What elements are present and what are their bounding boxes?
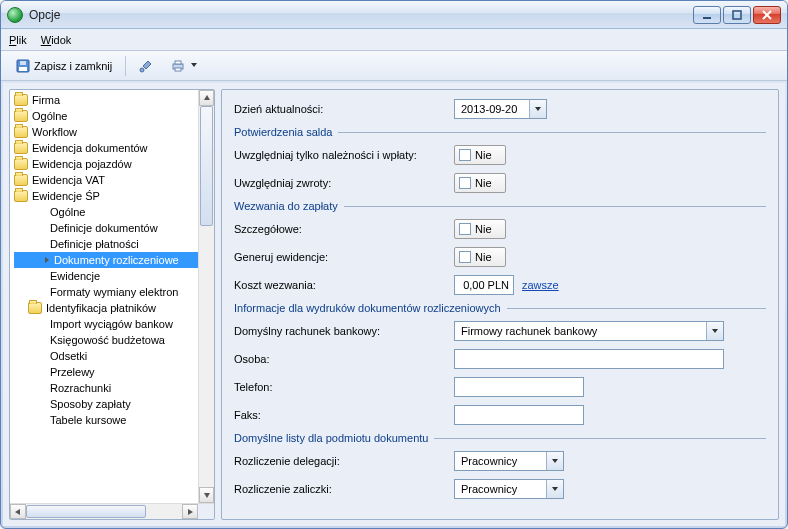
tree-node-sp-ogolne[interactable]: Ogólne xyxy=(14,204,214,220)
minimize-button[interactable] xyxy=(693,6,721,24)
chevron-down-icon[interactable] xyxy=(706,322,723,340)
tree-node-sp-formaty[interactable]: Formaty wymiany elektron xyxy=(14,284,214,300)
svg-marker-12 xyxy=(204,493,210,498)
tree-vertical-scrollbar[interactable] xyxy=(198,90,214,503)
scroll-right-icon[interactable] xyxy=(182,504,198,519)
folder-icon xyxy=(14,142,28,154)
zawsze-link[interactable]: zawsze xyxy=(522,279,559,291)
scroll-up-icon[interactable] xyxy=(199,90,214,106)
svg-point-7 xyxy=(140,68,144,72)
save-icon xyxy=(16,59,30,73)
app-window: Opcje Plik Widok Zapisz i zamknij xyxy=(0,0,788,529)
faks-input[interactable] xyxy=(454,405,584,425)
tree-horizontal-scrollbar[interactable] xyxy=(10,503,214,519)
tree-node-firma[interactable]: Firma xyxy=(14,92,214,108)
group-informacje-wydruk: Informacje dla wydruków dokumentów rozli… xyxy=(234,302,766,314)
folder-icon xyxy=(14,174,28,186)
maximize-button[interactable] xyxy=(723,6,751,24)
szczegolowe-toggle[interactable]: Nie xyxy=(454,219,506,239)
folder-icon xyxy=(14,110,28,122)
tree-node-sp-sposoby[interactable]: Sposoby zapłaty xyxy=(14,396,214,412)
menu-view[interactable]: Widok xyxy=(41,34,72,46)
chevron-down-icon xyxy=(191,63,197,69)
tree-node-sp-przelewy[interactable]: Przelewy xyxy=(14,364,214,380)
checkbox-icon xyxy=(459,177,471,189)
tree-node-sp-import[interactable]: Import wyciągów bankow xyxy=(14,316,214,332)
tools-button[interactable] xyxy=(132,55,160,77)
folder-icon xyxy=(14,190,28,202)
svg-rect-10 xyxy=(175,68,181,71)
scroll-thumb[interactable] xyxy=(200,106,213,226)
osoba-input[interactable] xyxy=(454,349,724,369)
svg-rect-1 xyxy=(733,11,741,19)
nav-tree: Firma Ogólne Workflow Ewidencja dokument… xyxy=(10,90,214,430)
date-label: Dzień aktualności: xyxy=(234,103,454,115)
close-button[interactable] xyxy=(753,6,781,24)
save-close-label: Zapisz i zamknij xyxy=(34,60,112,72)
domyslny-rachunek-combo[interactable]: Firmowy rachunek bankowy xyxy=(454,321,724,341)
tree-node-sp-tabele[interactable]: Tabele kursowe xyxy=(14,412,214,428)
tree-node-ewid-dok[interactable]: Ewidencja dokumentów xyxy=(14,140,214,156)
tree-node-workflow[interactable]: Workflow xyxy=(14,124,214,140)
uwzgledniaj-naleznosci-toggle[interactable]: Nie xyxy=(454,145,506,165)
svg-marker-14 xyxy=(188,509,193,515)
save-close-button[interactable]: Zapisz i zamknij xyxy=(9,55,119,77)
rozliczenie-delegacji-label: Rozliczenie delegacji: xyxy=(234,455,454,467)
svg-marker-13 xyxy=(15,509,20,515)
tree-node-sp-ewidencje[interactable]: Ewidencje xyxy=(14,268,214,284)
telefon-input[interactable] xyxy=(454,377,584,397)
print-button[interactable] xyxy=(164,55,204,77)
folder-icon xyxy=(14,94,28,106)
tree-node-sp-identyfikacja[interactable]: Identyfikacja płatników xyxy=(14,300,214,316)
checkbox-icon xyxy=(459,251,471,263)
generuj-ewidencje-label: Generuj ewidencje: xyxy=(234,251,454,263)
tree-node-sp-def-dok[interactable]: Definicje dokumentów xyxy=(14,220,214,236)
tree-node-sp-odsetki[interactable]: Odsetki xyxy=(14,348,214,364)
tree-node-ewid-vat[interactable]: Ewidencja VAT xyxy=(14,172,214,188)
scroll-left-icon[interactable] xyxy=(10,504,26,519)
arrow-right-icon xyxy=(42,257,52,263)
faks-label: Faks: xyxy=(234,409,454,421)
rozliczenie-zaliczki-combo[interactable]: Pracownicy xyxy=(454,479,564,499)
wrench-icon xyxy=(139,59,153,73)
chevron-down-icon[interactable] xyxy=(529,100,546,118)
menu-file[interactable]: Plik xyxy=(9,34,27,46)
title-bar: Opcje xyxy=(1,1,787,29)
group-domyslne-listy: Domyślne listy dla podmiotu dokumentu xyxy=(234,432,766,444)
nav-tree-panel: Firma Ogólne Workflow Ewidencja dokument… xyxy=(9,89,215,520)
scroll-thumb-h[interactable] xyxy=(26,505,146,518)
checkbox-icon xyxy=(459,149,471,161)
group-potwierdzenia-salda: Potwierdzenia salda xyxy=(234,126,766,138)
tree-node-sp-rozrachunki[interactable]: Rozrachunki xyxy=(14,380,214,396)
folder-icon xyxy=(14,158,28,170)
uwzgledniaj-naleznosci-label: Uwzględniaj tylko należności i wpłaty: xyxy=(234,149,454,161)
folder-icon xyxy=(28,302,42,314)
app-icon xyxy=(7,7,23,23)
osoba-label: Osoba: xyxy=(234,353,454,365)
date-input[interactable]: 2013-09-20 xyxy=(454,99,547,119)
svg-rect-9 xyxy=(175,61,181,64)
tree-node-ewid-poj[interactable]: Ewidencja pojazdów xyxy=(14,156,214,172)
koszt-wezwania-input[interactable]: 0,00 PLN xyxy=(454,275,514,295)
uwzgledniaj-zwroty-label: Uwzględniaj zwroty: xyxy=(234,177,454,189)
scroll-down-icon[interactable] xyxy=(199,487,214,503)
chevron-down-icon[interactable] xyxy=(546,480,563,498)
uwzgledniaj-zwroty-toggle[interactable]: Nie xyxy=(454,173,506,193)
checkbox-icon xyxy=(459,223,471,235)
chevron-down-icon[interactable] xyxy=(546,452,563,470)
folder-icon xyxy=(14,126,28,138)
window-title: Opcje xyxy=(29,8,693,22)
group-wezwania-do-zaplaty: Wezwania do zapłaty xyxy=(234,200,766,212)
tree-node-sp-ksiegowosc[interactable]: Księgowość budżetowa xyxy=(14,332,214,348)
tree-node-sp-dok-rozl[interactable]: Dokumenty rozliczeniowe xyxy=(14,252,214,268)
svg-marker-11 xyxy=(204,95,210,100)
tree-node-sp-def-plat[interactable]: Definicje płatności xyxy=(14,236,214,252)
tree-node-ewid-sp[interactable]: Ewidencje ŚP xyxy=(14,188,214,204)
domyslny-rachunek-label: Domyślny rachunek bankowy: xyxy=(234,325,454,337)
rozliczenie-delegacji-combo[interactable]: Pracownicy xyxy=(454,451,564,471)
form-panel: Dzień aktualności: 2013-09-20 Potwierdze… xyxy=(221,89,779,520)
tree-node-ogolne[interactable]: Ogólne xyxy=(14,108,214,124)
svg-rect-6 xyxy=(20,61,26,65)
generuj-ewidencje-toggle[interactable]: Nie xyxy=(454,247,506,267)
telefon-label: Telefon: xyxy=(234,381,454,393)
